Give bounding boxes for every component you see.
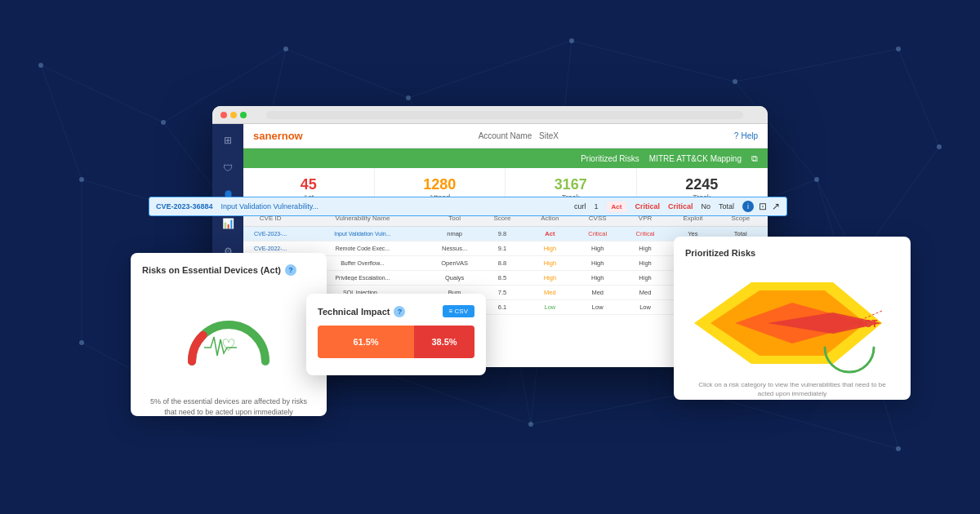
help-label: Help — [741, 131, 758, 140]
address-bar[interactable] — [266, 111, 743, 119]
prioritized-risks-card: Prioritized Risks ACT Click on a risk ca… — [674, 237, 911, 400]
account-name-label: Account Name — [479, 131, 532, 140]
app-logo: sanernow — [253, 130, 303, 142]
cvss-value: Critical — [635, 202, 660, 210]
impact-pct-1: 61.5% — [353, 337, 378, 347]
risks-act-title-text: Risks on Essential Devices (Act) — [142, 265, 281, 275]
prioritized-risks-card-title: Prioritized Risks — [685, 248, 899, 258]
risks-help-icon[interactable]: ? — [285, 264, 296, 276]
scene: ⊞ 🛡 👤 📊 ⚙ 🗑 🕐 sanernow Account Name Si — [0, 0, 980, 514]
highlighted-cve-id: CVE-2023-36884 — [156, 202, 213, 210]
site-label: SiteX — [539, 131, 559, 140]
score-value: 1 — [595, 202, 599, 210]
stat-track1-number: 3167 — [555, 177, 587, 192]
copy-icon[interactable]: ⧉ — [751, 153, 758, 164]
logo-now: now — [282, 130, 303, 142]
action-badge: Act — [607, 202, 627, 212]
sidebar-home-icon[interactable]: ⊞ — [220, 132, 236, 148]
browser-titlebar — [212, 106, 768, 124]
stat-track2-number: 2245 — [685, 177, 718, 192]
stat-act-number: 45 — [301, 177, 317, 192]
csv-label: CSV — [455, 308, 468, 315]
csv-button-container: ≡ CSV — [443, 305, 474, 317]
exploit-value: No — [701, 202, 710, 210]
mitre-label: MITRE ATT&CK Mapping — [649, 154, 742, 163]
impact-segment-1: 61.5% — [318, 326, 414, 358]
external-link-icon[interactable]: ↗ — [772, 201, 780, 212]
technical-impact-title: Technical Impact ? ≡ CSV — [318, 305, 474, 317]
impact-pct-2: 38.5% — [431, 337, 457, 347]
tool-value: curl — [574, 202, 586, 210]
close-dot[interactable] — [220, 112, 227, 118]
sidebar-shield-icon[interactable]: 🛡 — [220, 160, 236, 176]
gauge-container: ♡ — [142, 284, 315, 390]
prioritized-risks-card-title-text: Prioritized Risks — [685, 248, 755, 258]
funnel-chart-container: ACT — [685, 266, 899, 380]
highlighted-vuln-name: Input Validation Vulnerability... — [221, 202, 566, 210]
info-icon[interactable]: i — [742, 201, 754, 212]
impact-bar: 61.5% 38.5% — [318, 326, 474, 358]
risks-act-title: Risks on Essential Devices (Act) ? — [142, 264, 315, 276]
priority-bar-labels: Prioritized Risks MITRE ATT&CK Mapping ⧉ — [581, 153, 758, 164]
sidebar-chart-icon[interactable]: 📊 — [220, 215, 236, 232]
help-circle-icon: ? — [734, 131, 739, 140]
priority-bar: Prioritized Risks MITRE ATT&CK Mapping ⧉ — [243, 148, 768, 168]
scope-value: Total — [719, 202, 734, 210]
account-info: Account Name SiteX — [479, 131, 559, 140]
risks-act-card: Risks on Essential Devices (Act) ? ♡ 5% … — [131, 253, 327, 416]
technical-help-icon[interactable]: ? — [394, 306, 405, 317]
impact-segment-2: 38.5% — [414, 326, 474, 358]
help-button[interactable]: ? Help — [734, 131, 758, 140]
risks-description: Click on a risk category to view the vul… — [685, 380, 899, 398]
funnel-chart: ACT — [686, 270, 898, 376]
logo-saner: saner — [253, 130, 282, 142]
top-bar: sanernow Account Name SiteX ? Help — [243, 124, 768, 148]
stat-attend-number: 1280 — [423, 177, 456, 192]
prioritized-risks-label: Prioritized Risks — [581, 154, 639, 163]
technical-impact-title-text: Technical Impact — [318, 307, 390, 317]
csv-button[interactable]: ≡ CSV — [443, 305, 474, 317]
gauge-chart: ♡ — [180, 300, 278, 374]
minimize-dot[interactable] — [230, 112, 237, 118]
highlighted-row-overlay[interactable]: CVE-2023-36884 Input Validation Vulnerab… — [149, 197, 787, 216]
network-icon[interactable]: ⊡ — [759, 201, 767, 212]
csv-icon: ≡ — [449, 308, 453, 315]
vpr-value: Critical — [668, 202, 693, 210]
svg-text:ACT: ACT — [858, 318, 878, 330]
gauge-description: 5% of the essential devices are affected… — [142, 397, 315, 417]
maximize-dot[interactable] — [240, 112, 247, 118]
row-action-icons: i ⊡ ↗ — [742, 201, 780, 212]
technical-impact-card: Technical Impact ? ≡ CSV 61.5% 38.5% — [306, 294, 486, 375]
